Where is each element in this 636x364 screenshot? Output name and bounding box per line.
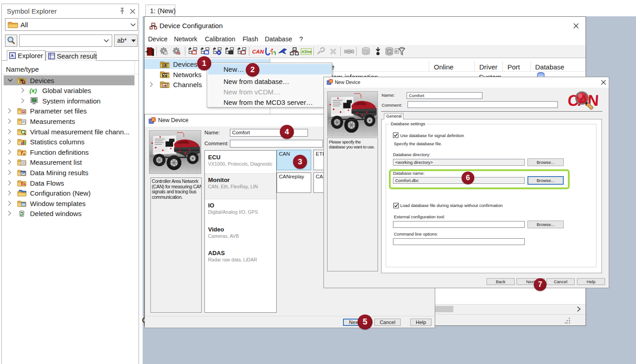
svg-text:DB: DB	[363, 49, 368, 54]
svg-text:Kline: Kline	[302, 49, 312, 54]
svg-text:(x): (x)	[30, 87, 37, 94]
svg-text:P: P	[23, 110, 25, 113]
svg-text:P: P	[396, 50, 398, 53]
svg-text:P: P	[388, 49, 391, 54]
svg-text:x: x	[23, 152, 25, 156]
svg-text:8: 8	[23, 183, 25, 186]
